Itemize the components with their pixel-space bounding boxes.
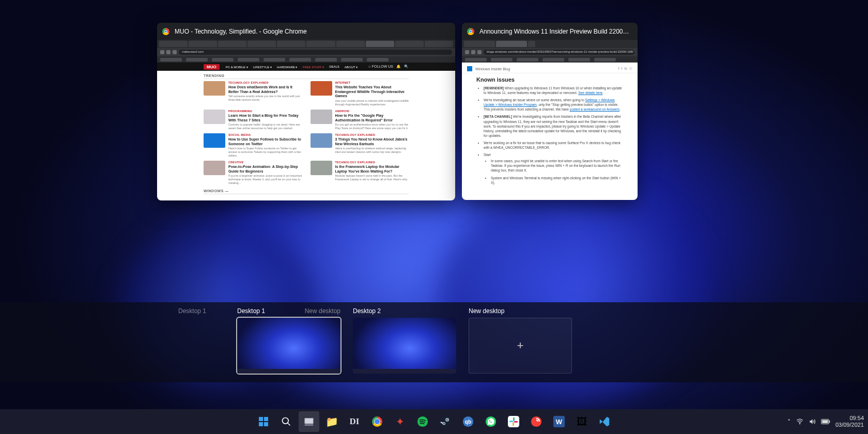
facebook-icon: f [618, 67, 619, 71]
taskbar-word[interactable]: W [549, 411, 569, 432]
known-issue-item: [REMINDER] When upgrading to Windows 11 … [484, 86, 623, 95]
bookmarks-bar [157, 56, 455, 63]
chrome-icon [162, 28, 169, 35]
article-thumb [311, 81, 332, 96]
plus-icon: + [517, 339, 524, 352]
article-category: CREATIVE [228, 161, 302, 164]
app-icon: 🖼 [577, 416, 587, 428]
desktop-2[interactable]: Desktop 2 [353, 307, 456, 374]
desktop-thumbnail[interactable] [237, 318, 340, 374]
known-issue-subitem: System and Windows Terminal is missing w… [491, 176, 623, 185]
answers-link: posted a workaround on Answers [570, 107, 619, 111]
taskbar-qbit[interactable]: qb [458, 411, 478, 432]
desktop-label-ghost: Desktop 1 [178, 307, 206, 315]
article-thumb [311, 110, 332, 124]
todoist-icon: ✦ [396, 415, 405, 428]
svg-rect-16 [513, 422, 514, 426]
svg-rect-15 [509, 421, 513, 422]
article-blurb: Use your mobile phone to interact with e… [335, 99, 409, 106]
taskbar-search[interactable] [276, 411, 297, 432]
settings-link: Settings > Windows Update > Windows Insi… [484, 98, 615, 106]
known-issue-subitem: In some cases, you might be unable to en… [491, 159, 623, 173]
known-issue-item: [BETA CHANNEL] We're investigating repor… [484, 114, 623, 137]
svg-rect-21 [822, 420, 828, 423]
taskbar-pocket-casts[interactable] [526, 411, 547, 432]
taskbar-task-view[interactable] [299, 411, 319, 432]
new-desktop[interactable]: New desktop + [469, 307, 572, 374]
taskbar-photos[interactable]: 🖼 [571, 411, 592, 432]
svg-line-1 [288, 423, 290, 426]
new-desktop-button[interactable]: + [469, 318, 572, 374]
task-view-icon [304, 416, 314, 427]
muo-nav: PC & MOBILE ▾ LIFESTYLE ▾ HARDWARE ▾ FRE… [226, 65, 358, 69]
chrome-urlbar: makeuseof.com [157, 48, 455, 56]
window-title: Announcing Windows 11 Insider Preview Bu… [479, 28, 632, 35]
article-thumb [311, 133, 332, 148]
article-title: How to Use Super Follows to Subscribe to… [228, 137, 302, 147]
trending-heading: TRENDING [204, 74, 409, 79]
article-thumb [204, 81, 225, 96]
known-issue-item: StartIn some cases, you might be unable … [484, 152, 623, 185]
taskbar-todoist[interactable]: ✦ [390, 411, 410, 432]
whatsapp-icon [485, 416, 497, 427]
article-title: 3 Things You Need to Know About Jabra's … [335, 137, 409, 147]
svg-point-19 [799, 424, 800, 424]
taskbar-steam[interactable] [435, 411, 456, 432]
window-titlebar: Announcing Windows 11 Insider Preview Bu… [462, 23, 638, 40]
new-desktop-label: New desktop [469, 307, 572, 315]
article-title: This Website Teaches You About Endangere… [335, 85, 409, 99]
wifi-icon[interactable] [796, 418, 803, 425]
window-title: MUO - Technology, Simplified. - Google C… [175, 28, 307, 35]
date: 03/09/2021 [835, 422, 864, 428]
article-category: INTERNET [335, 81, 409, 85]
taskbar-chrome[interactable] [367, 411, 388, 432]
svg-rect-22 [829, 421, 830, 423]
known-issue-item: We're working on a fix for an issue that… [484, 141, 623, 150]
linkedin-icon: in [625, 67, 627, 71]
known-issues-heading: Known issues [476, 76, 623, 83]
windows-logo-icon [467, 66, 472, 71]
article-thumb [311, 161, 332, 175]
battery-icon[interactable] [821, 419, 830, 425]
svg-point-6 [440, 416, 451, 427]
slack-icon [508, 416, 519, 427]
article-category: TECHNOLOGY EXPLAINED [335, 161, 409, 164]
known-issue-item: We're investigating an issue where on so… [484, 98, 623, 112]
desktop-thumbnail[interactable] [353, 318, 456, 374]
clock[interactable]: 09:54 03/09/2021 [835, 415, 864, 428]
windows-start-icon [259, 417, 268, 426]
taskbar-file-explorer[interactable]: 📁 [321, 411, 342, 432]
taskbar-vscode[interactable] [594, 411, 615, 432]
system-tray[interactable]: ˄ 09:54 03/09/2021 [787, 415, 864, 428]
svg-text:qb: qb [465, 419, 471, 425]
word-icon: W [553, 416, 565, 427]
taskbar-spotify[interactable] [412, 411, 433, 432]
windows-heading: WINDOWS — [204, 189, 409, 194]
window-thumbnail-insider-blog[interactable]: Announcing Windows 11 Insider Preview Bu… [462, 23, 638, 200]
article-card: PROGRAMMING Learn How to Start a Blog fo… [204, 110, 302, 130]
article-blurb: If you're a beginner animator, pose-to-p… [228, 174, 302, 185]
article-card: CREATIVE Pose-to-Pose Animation: A Step-… [204, 161, 302, 185]
window-thumbnail-muo[interactable]: MUO - Technology, Simplified. - Google C… [157, 23, 455, 200]
taskbar-start[interactable] [253, 411, 274, 432]
insider-blog-page: Windows Insider Blog f t in ⦾ Known issu… [462, 63, 638, 200]
taskbar-slack[interactable] [503, 411, 524, 432]
article-blurb: Jabra is overhauling its wireless earbud… [335, 147, 409, 154]
chrome-tabstrip [157, 40, 455, 48]
desktop-1[interactable]: Desktop 1 New desktop [237, 307, 340, 374]
twitter-icon: t [622, 67, 623, 71]
app-icon: 📁 [326, 415, 338, 428]
new-desktop-link-ghost: New desktop [305, 307, 340, 315]
article-card: INTERNET This Website Teaches You About … [311, 81, 409, 106]
chevron-up-icon[interactable]: ˄ [787, 418, 791, 426]
details-link: See details here [578, 91, 602, 95]
taskbar-discord[interactable]: DI [344, 411, 365, 432]
article-category: TECHNOLOGY EXPLAINED [228, 81, 302, 85]
article-card: TECHNOLOGY EXPLAINED How Does what3words… [204, 81, 302, 106]
article-card: TECHNOLOGY EXPLAINED 3 Things You Need t… [311, 133, 409, 158]
taskbar-whatsapp[interactable] [481, 411, 501, 432]
volume-icon[interactable] [809, 418, 816, 425]
time: 09:54 [835, 415, 864, 422]
pocket-casts-icon [531, 416, 542, 427]
steam-icon [440, 416, 451, 427]
